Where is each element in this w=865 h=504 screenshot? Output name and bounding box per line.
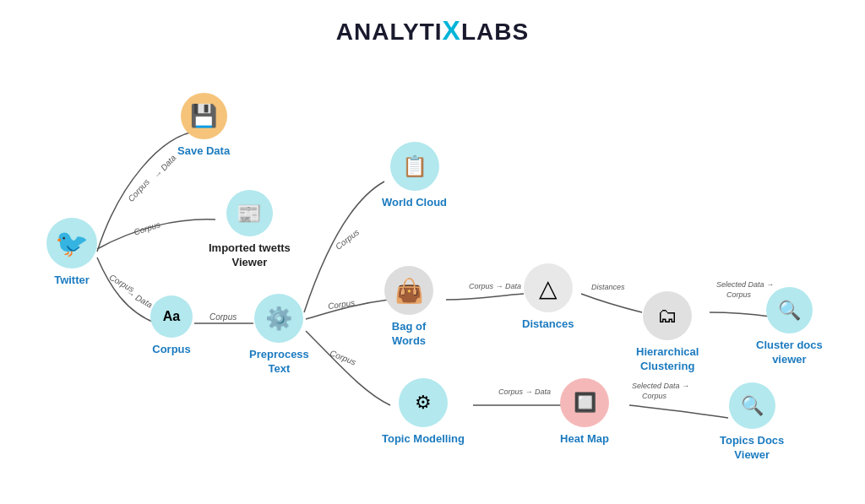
topic-label: Topic Modelling xyxy=(382,432,465,447)
distances-icon: △ xyxy=(524,263,573,312)
edge-label-data1: → Data xyxy=(152,153,178,181)
logo: ANALYTIXLABS xyxy=(0,15,865,46)
node-imported-tweets[interactable]: 📰 Imported twettsViewer xyxy=(209,190,291,270)
svg-text:Corpus → Data: Corpus → Data xyxy=(498,387,551,396)
svg-text:Distances: Distances xyxy=(591,283,625,291)
svg-text:Corpus: Corpus xyxy=(726,290,752,299)
edge-label-corpus-topic: Corpus xyxy=(329,348,357,366)
twitter-icon: 🐦 xyxy=(46,218,97,268)
node-hierarchical[interactable]: 🗂 HierarchicalClustering xyxy=(636,291,699,374)
svg-text:Corpus → Data: Corpus → Data xyxy=(469,282,521,290)
world-cloud-icon: 📋 xyxy=(390,142,439,191)
preprocess-icon: ⚙️ xyxy=(254,294,303,343)
node-cluster-docs[interactable]: 🔍 Cluster docsviewer xyxy=(756,287,823,367)
edge-label-corpus3: Corpus xyxy=(107,273,135,295)
logo-labs: LABS xyxy=(461,19,529,45)
node-twitter[interactable]: 🐦 Twitter xyxy=(46,218,97,288)
heat-map-icon: 🔲 xyxy=(560,378,609,427)
topic-icon: ⚙ xyxy=(399,378,448,427)
cluster-docs-icon: 🔍 xyxy=(766,287,813,333)
edge-label-corpus-preprocess: Corpus xyxy=(209,312,237,322)
hierarchical-label: HierarchicalClustering xyxy=(636,345,699,374)
node-corpus[interactable]: Aa Corpus xyxy=(150,295,193,357)
logo-analyti: ANALYTI xyxy=(336,19,443,45)
save-data-label: Save Data xyxy=(177,144,230,159)
imported-tweets-label: Imported twettsViewer xyxy=(209,241,291,270)
svg-text:Selected Data →: Selected Data → xyxy=(632,382,689,390)
node-preprocess[interactable]: ⚙️ PreprocessText xyxy=(249,294,309,377)
node-topic-modelling[interactable]: ⚙ Topic Modelling xyxy=(382,378,465,447)
svg-text:Corpus: Corpus xyxy=(642,392,667,400)
bag-label: Bag ofWords xyxy=(392,320,426,349)
corpus-label: Corpus xyxy=(152,343,191,357)
node-topics-docs[interactable]: 🔍 Topics DocsViewer xyxy=(720,382,784,463)
heat-map-label: Heat Map xyxy=(560,432,609,447)
world-cloud-label: World Cloud xyxy=(382,196,447,210)
node-world-cloud[interactable]: 📋 World Cloud xyxy=(382,142,447,210)
imported-tweets-icon: 📰 xyxy=(226,190,273,236)
node-save-data[interactable]: 💾 Save Data xyxy=(177,93,230,159)
bag-icon: 👜 xyxy=(384,266,433,315)
corpus-icon: Aa xyxy=(150,295,193,338)
logo-x: X xyxy=(443,15,461,46)
edge-label-corpus2: Corpus xyxy=(133,219,161,236)
topics-docs-label: Topics DocsViewer xyxy=(720,434,784,463)
topics-docs-icon: 🔍 xyxy=(729,382,775,429)
preprocess-label: PreprocessText xyxy=(249,348,309,377)
edge-label-corpus-bag: Corpus xyxy=(327,298,355,311)
save-data-icon: 💾 xyxy=(181,93,227,139)
node-heat-map[interactable]: 🔲 Heat Map xyxy=(560,378,609,447)
twitter-label: Twitter xyxy=(54,274,90,288)
hierarchical-icon: 🗂 xyxy=(643,291,692,340)
header: ANALYTIXLABS xyxy=(0,0,865,55)
edge-label-corpus1: Corpus xyxy=(126,177,151,203)
distances-label: Distances xyxy=(522,317,574,332)
node-bag-of-words[interactable]: 👜 Bag ofWords xyxy=(384,266,433,349)
cluster-docs-label: Cluster docsviewer xyxy=(756,339,823,367)
node-distances[interactable]: △ Distances xyxy=(522,263,574,332)
edge-label-corpus-wc: Corpus xyxy=(334,227,361,252)
